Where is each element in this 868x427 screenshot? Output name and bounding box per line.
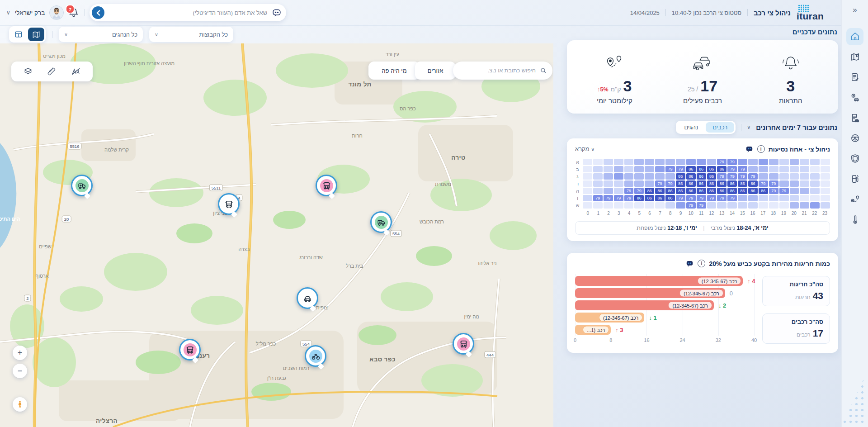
heatmap-cell[interactable]: 86 bbox=[686, 173, 696, 180]
sidebar-item-home[interactable] bbox=[846, 28, 863, 45]
heatmap-cell[interactable] bbox=[583, 195, 592, 201]
heatmap-cell[interactable] bbox=[665, 173, 675, 180]
heatmap-cell[interactable]: 86 bbox=[727, 180, 737, 187]
heatmap-cell[interactable]: 79 bbox=[769, 188, 778, 194]
heatmap-cell[interactable] bbox=[583, 202, 592, 209]
vehicle-marker-bus[interactable] bbox=[179, 339, 201, 361]
heatmap-cell[interactable] bbox=[821, 202, 830, 209]
heatmap-cell[interactable] bbox=[769, 202, 778, 209]
heatmap-cell[interactable]: 79 bbox=[738, 173, 747, 180]
map-search-input[interactable] bbox=[458, 67, 537, 74]
heatmap-cell[interactable]: 79 bbox=[624, 195, 634, 201]
heatmap-cell[interactable] bbox=[821, 159, 830, 165]
heatmap-cell[interactable] bbox=[593, 166, 603, 172]
sidebar-item-fuel[interactable] bbox=[846, 171, 863, 188]
heatmap-cell[interactable] bbox=[821, 195, 830, 201]
heatmap-cell[interactable] bbox=[614, 180, 623, 187]
heatmap-cell[interactable]: 86 bbox=[676, 180, 685, 187]
heatmap-cell[interactable] bbox=[583, 166, 592, 172]
heatmap-cell[interactable] bbox=[655, 202, 665, 209]
heatmap-cell[interactable] bbox=[697, 159, 706, 165]
heatmap-cell[interactable] bbox=[707, 159, 717, 165]
heatmap-cell[interactable]: 86 bbox=[759, 188, 768, 194]
heatmap-cell[interactable] bbox=[624, 180, 634, 187]
heatmap-cell[interactable]: 86 bbox=[634, 195, 644, 201]
heatmap-cell[interactable]: 79 bbox=[727, 159, 737, 165]
heatmap-cell[interactable]: 79 bbox=[676, 195, 685, 201]
heatmap-cell[interactable]: 79 bbox=[697, 202, 706, 209]
heatmap-cell[interactable]: 79 bbox=[624, 188, 634, 194]
heatmap-cell[interactable] bbox=[707, 202, 717, 209]
heatmap-cell[interactable]: 79 bbox=[738, 166, 747, 172]
sidebar-item-map[interactable] bbox=[846, 48, 863, 66]
heatmap-cell[interactable] bbox=[800, 173, 809, 180]
heatmap-cell[interactable] bbox=[821, 173, 830, 180]
heatmap-cell[interactable] bbox=[614, 173, 623, 180]
heatmap-cell[interactable] bbox=[790, 173, 799, 180]
violation-bar[interactable]: רכב (12-345-67) bbox=[575, 300, 714, 310]
heatmap-cell[interactable] bbox=[769, 195, 778, 201]
heatmap-cell[interactable] bbox=[676, 202, 685, 209]
heatmap-cell[interactable]: 79 bbox=[717, 195, 726, 201]
heatmap-cell[interactable] bbox=[759, 195, 768, 201]
heatmap-cell[interactable] bbox=[800, 166, 809, 172]
heatmap-cell[interactable]: 79 bbox=[717, 159, 726, 165]
heatmap-cell[interactable] bbox=[821, 166, 830, 172]
ask-adam-input[interactable] bbox=[108, 9, 268, 17]
heatmap-cell[interactable]: 79 bbox=[759, 180, 768, 187]
heatmap-cell[interactable] bbox=[748, 202, 758, 209]
violation-bar[interactable]: רכב (12-345-67) bbox=[575, 276, 743, 286]
heatmap-cell[interactable] bbox=[593, 188, 603, 194]
heatmap-cell[interactable] bbox=[738, 195, 747, 201]
heatmap-cell[interactable]: 86 bbox=[645, 188, 654, 194]
heatmap-cell[interactable] bbox=[759, 159, 768, 165]
measure-ruler-icon[interactable] bbox=[47, 66, 57, 76]
heatmap-cell[interactable] bbox=[624, 202, 634, 209]
heatmap-cell[interactable] bbox=[604, 159, 613, 165]
adam-robot-icon[interactable] bbox=[745, 145, 754, 153]
heatmap-cell[interactable] bbox=[800, 188, 809, 194]
heatmap-cell[interactable] bbox=[634, 159, 644, 165]
heatmap-cell[interactable] bbox=[800, 195, 809, 201]
vehicle-marker-car[interactable] bbox=[297, 287, 318, 309]
heatmap-cell[interactable] bbox=[748, 166, 758, 172]
heatmap-cell[interactable] bbox=[821, 188, 830, 194]
heatmap-cell[interactable] bbox=[779, 180, 789, 187]
heatmap-cell[interactable] bbox=[604, 202, 613, 209]
heatmap-cell[interactable]: 86 bbox=[665, 195, 675, 201]
heatmap-cell[interactable]: 79 bbox=[697, 195, 706, 201]
sidebar-item-vehicle-docs[interactable] bbox=[846, 109, 863, 127]
vehicle-marker-bus[interactable] bbox=[316, 175, 337, 196]
heatmap-cell[interactable]: 79 bbox=[727, 195, 737, 201]
legend-dropdown[interactable]: ∨ מקרא bbox=[575, 146, 594, 152]
violation-bar[interactable]: רכב (12-345-67) bbox=[575, 288, 725, 298]
heatmap-cell[interactable] bbox=[624, 173, 634, 180]
heatmap-cell[interactable] bbox=[655, 166, 665, 172]
heatmap-cell[interactable] bbox=[738, 202, 747, 209]
heatmap-cell[interactable] bbox=[583, 180, 592, 187]
heatmap-cell[interactable] bbox=[655, 173, 665, 180]
heatmap-cell[interactable]: 79 bbox=[676, 166, 685, 172]
heatmap-cell[interactable]: 86 bbox=[748, 188, 758, 194]
heatmap-cell[interactable] bbox=[583, 173, 592, 180]
vehicle-marker-bike[interactable] bbox=[305, 345, 326, 367]
sidebar-item-reports[interactable] bbox=[846, 69, 863, 86]
heatmap-cell[interactable] bbox=[738, 159, 747, 165]
heatmap-cell[interactable]: 86 bbox=[697, 166, 706, 172]
heatmap-cell[interactable]: 86 bbox=[686, 166, 696, 172]
heatmap-cell[interactable] bbox=[655, 159, 665, 165]
heatmap-cell[interactable] bbox=[665, 202, 675, 209]
heatmap-cell[interactable]: 86 bbox=[676, 173, 685, 180]
vehicle-marker-truck[interactable] bbox=[71, 175, 93, 196]
heatmap-cell[interactable]: 86 bbox=[707, 188, 717, 194]
heatmap-cell[interactable] bbox=[634, 202, 644, 209]
heatmap-cell[interactable] bbox=[593, 173, 603, 180]
heatmap-cell[interactable] bbox=[759, 202, 768, 209]
heatmap-cell[interactable]: 86 bbox=[697, 188, 706, 194]
heatmap-cell[interactable]: 86 bbox=[686, 180, 696, 187]
street-view-pegman[interactable] bbox=[13, 397, 27, 412]
heatmap-cell[interactable] bbox=[665, 159, 675, 165]
sidebar-collapse-button[interactable]: « bbox=[842, 0, 868, 20]
avatar[interactable] bbox=[49, 5, 64, 20]
info-icon[interactable]: i bbox=[698, 260, 705, 267]
